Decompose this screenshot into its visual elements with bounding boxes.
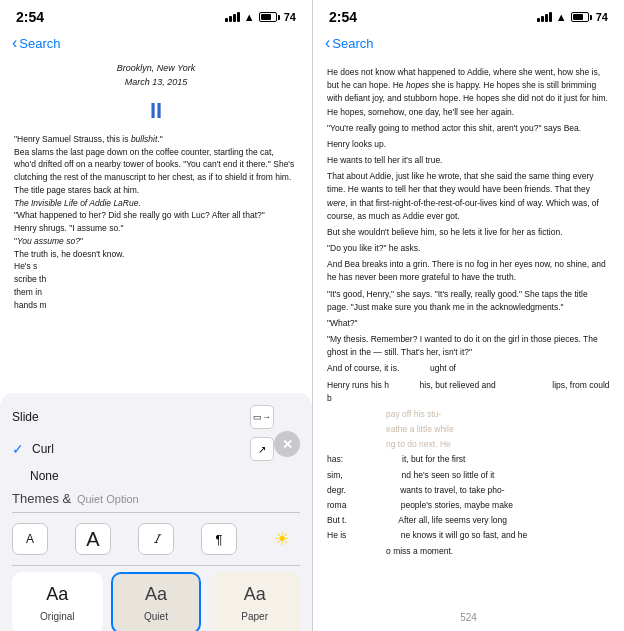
status-bar-right: 2:54 ▲ 74 — [313, 0, 624, 30]
status-icons-right: ▲ 74 — [537, 11, 608, 23]
wifi-icon: ▲ — [244, 11, 255, 23]
back-label-left: Search — [19, 36, 60, 51]
book-date: March 13, 2015 — [14, 76, 298, 90]
quiet-option-label: Quiet Option — [77, 493, 139, 505]
none-label: None — [30, 469, 59, 483]
book-location: Brooklyn, New York — [14, 62, 298, 76]
theme-original-name: Original — [40, 611, 74, 622]
battery-pct-left: 74 — [284, 11, 296, 23]
right-phone: 2:54 ▲ 74 ‹ Search He does not — [312, 0, 624, 631]
curl-label: Curl — [32, 442, 54, 456]
theme-quiet-name: Quiet — [144, 611, 168, 622]
left-phone: 2:54 ▲ 74 ‹ Search Broo — [0, 0, 312, 631]
theme-original[interactable]: Aa Original — [12, 572, 103, 631]
brightness-button[interactable]: ☀ — [264, 523, 300, 555]
themes-header: Themes & Quiet Option — [12, 491, 300, 506]
font-format-button[interactable]: ¶ — [201, 523, 237, 555]
themes-grid: Aa Original Aa Quiet Aa Paper Aa Bold Aa… — [12, 572, 300, 631]
page-number: 524 — [313, 612, 624, 623]
themes-title: Themes & Quiet Option — [12, 491, 139, 506]
status-icons-left: ▲ 74 — [225, 11, 296, 23]
book-content-left: Brooklyn, New York March 13, 2015 II "He… — [0, 58, 312, 401]
signal-icon-right — [537, 12, 552, 22]
nav-bar-right: ‹ Search — [313, 30, 624, 58]
font-controls-row: A A 𝘐 ¶ ☀ — [12, 519, 300, 559]
battery-pct-right: 74 — [596, 11, 608, 23]
wifi-icon-right: ▲ — [556, 11, 567, 23]
font-style-button[interactable]: 𝘐 — [138, 523, 174, 555]
curl-option[interactable]: Curl — [32, 442, 242, 456]
increase-font-button[interactable]: A — [75, 523, 111, 555]
signal-icon — [225, 12, 240, 22]
curl-icon: ↗ — [250, 437, 274, 461]
slide-icon: ▭→ — [250, 405, 274, 429]
chapter-num: II — [14, 95, 298, 127]
status-bar-left: 2:54 ▲ 74 — [0, 0, 312, 30]
time-right: 2:54 — [329, 9, 357, 25]
chevron-left-icon-right: ‹ — [325, 34, 330, 52]
theme-paper[interactable]: Aa Paper — [209, 572, 300, 631]
divider-1 — [12, 512, 300, 513]
theme-quiet-label: Aa — [145, 584, 167, 605]
time-left: 2:54 — [16, 9, 44, 25]
theme-original-label: Aa — [46, 584, 68, 605]
book-header: Brooklyn, New York March 13, 2015 — [14, 62, 298, 89]
theme-paper-name: Paper — [241, 611, 268, 622]
slide-option[interactable]: Slide — [12, 410, 242, 424]
check-icon: ✓ — [12, 441, 24, 457]
battery-left — [259, 12, 280, 22]
decrease-font-button[interactable]: A — [12, 523, 48, 555]
chevron-left-icon: ‹ — [12, 34, 17, 52]
battery-right — [571, 12, 592, 22]
theme-quiet[interactable]: Aa Quiet — [111, 572, 202, 631]
nav-bar-left: ‹ Search — [0, 30, 312, 58]
bottom-panel: Slide ▭→ ✓ Curl ↗ None ✕ — [0, 393, 312, 631]
none-option[interactable]: None — [30, 469, 274, 483]
close-button[interactable]: ✕ — [274, 431, 300, 457]
book-content-right: He does not know what happened to Addie,… — [313, 58, 624, 560]
slide-label: Slide — [12, 410, 39, 424]
divider-2 — [12, 565, 300, 566]
theme-paper-label: Aa — [244, 584, 266, 605]
back-label-right: Search — [332, 36, 373, 51]
back-button-right[interactable]: ‹ Search — [325, 34, 374, 52]
book-text-left: "Henry Samuel Strauss, this is bullshit.… — [14, 133, 298, 312]
back-button-left[interactable]: ‹ Search — [12, 34, 61, 52]
